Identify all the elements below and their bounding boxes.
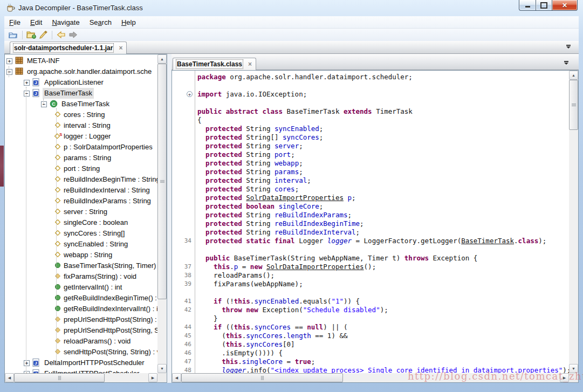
code-vertical-scrollbar[interactable]: ▲ ▼ [569, 71, 578, 373]
fold-icon[interactable]: + [187, 91, 193, 97]
code-line: import java.io.IOException; [197, 90, 569, 99]
field-icon [54, 218, 61, 228]
tree-item[interactable]: port : String [5, 163, 157, 174]
collapse-icon[interactable]: − [24, 91, 30, 97]
source-tab-close-icon[interactable]: × [248, 61, 252, 67]
method-pub-icon [54, 262, 61, 271]
tree-item[interactable]: fixParams(String) : void [5, 271, 157, 282]
tree-item[interactable]: cores : String [5, 109, 157, 120]
tab-list-dropdown-icon[interactable] [564, 61, 569, 65]
tree-item[interactable]: interval : String [5, 120, 157, 131]
tree-vertical-scrollbar[interactable]: ▲ ▼ [157, 54, 167, 373]
tree-item[interactable]: sendHttpPost(String, String) : v [5, 347, 157, 357]
tree-item[interactable]: +JDeltaImportHTTPPostScheduler [5, 357, 157, 368]
code-line: protected String port; [197, 150, 569, 159]
tree-item[interactable]: reBuildIndexInterval : String [5, 185, 157, 196]
close-button[interactable]: ✕ [552, 0, 578, 11]
scroll-down-icon[interactable]: ▼ [157, 364, 167, 373]
tree-item[interactable]: singleCore : boolean [5, 217, 157, 228]
tree-item-label: prepUrlSendHttpPost(String) : v [64, 314, 157, 325]
tree-item-label: fixParams(String) : void [64, 271, 136, 282]
tree-item[interactable]: −JBaseTimerTask [5, 88, 157, 99]
code-line: fixParams(webAppName); [197, 280, 569, 288]
tab-list-dropdown-icon[interactable] [566, 45, 571, 49]
source-panel: BaseTimerTask.class × +34373839414244454… [172, 54, 579, 383]
menu-item-file[interactable]: File [4, 17, 25, 27]
collapse-icon[interactable]: − [41, 101, 47, 107]
scroll-left-icon[interactable]: ◀ [172, 373, 181, 382]
scroll-left-icon[interactable]: ◀ [5, 373, 14, 382]
minimize-button[interactable] [519, 0, 536, 11]
tree-item[interactable]: +JApplicationListener [5, 77, 157, 88]
scroll-right-icon[interactable]: ▶ [148, 373, 157, 382]
tree-horizontal-scrollbar[interactable]: ◀ ▶ [5, 373, 157, 382]
tree-item[interactable]: params : String [5, 153, 157, 163]
tree-item-label: reloadParams() : void [64, 336, 131, 347]
left-border-artifact [0, 146, 4, 187]
tree-item[interactable]: reloadParams() : void [5, 336, 157, 347]
expand-icon[interactable]: + [24, 360, 30, 366]
jar-tab[interactable]: solr-dataimportscheduler-1.1.jar × [10, 42, 127, 54]
code-line: this.p = new SolrDataImportProperties(); [197, 263, 569, 271]
tree-item[interactable]: getIntervalInt() : int [5, 282, 157, 293]
scroll-up-icon[interactable]: ▲ [569, 71, 578, 80]
line-number: 34 [184, 237, 191, 245]
code-area: +343738394142444546464748 package org.ap… [172, 70, 579, 383]
expand-icon[interactable]: + [6, 58, 12, 64]
type-link[interactable]: SolrDataImportProperties [246, 194, 344, 202]
tree-item[interactable]: +JFullImportHTTPPostScheduler [5, 368, 157, 373]
menu-item-edit[interactable]: Edit [25, 17, 47, 27]
menu-item-navigate[interactable]: Navigate [47, 17, 84, 27]
tree-item-label: p : SolrDataImportProperties [64, 142, 153, 153]
expand-icon[interactable]: + [24, 80, 30, 86]
tree-item[interactable]: reBuildIndexBeginTime : String [5, 174, 157, 185]
tree-item[interactable]: p : SolrDataImportProperties [5, 142, 157, 153]
code-line: protected String syncEnabled; [197, 125, 569, 133]
menu-item-search[interactable]: Search [85, 17, 116, 27]
open-file-icon[interactable] [8, 30, 19, 40]
tree-item[interactable]: getReBuildIndexIntervalInt() : ir [5, 304, 157, 314]
jar-tab-close-icon[interactable]: × [119, 45, 122, 51]
tree-item[interactable]: −CBaseTimerTask [5, 99, 157, 109]
tree-item[interactable]: syncEnabled : String [5, 239, 157, 250]
method-prot-icon [54, 272, 61, 282]
back-icon[interactable] [55, 30, 67, 40]
tree-vscroll-thumb[interactable] [157, 64, 167, 299]
tree-item[interactable]: syncCores : String[] [5, 228, 157, 239]
type-link[interactable]: BaseTimerTask [461, 237, 514, 245]
code-line: protected String params; [197, 168, 569, 176]
method-pub-icon [54, 294, 61, 304]
maximize-button[interactable] [536, 0, 552, 11]
type-link[interactable]: SolrDataImportProperties [266, 263, 364, 271]
tree-item[interactable]: −org.apache.solr.handler.dataimport.sche [5, 66, 157, 77]
field-icon [54, 197, 61, 207]
source-tab[interactable]: BaseTimerTask.class × [173, 58, 256, 70]
tree-item[interactable]: server : String [5, 207, 157, 217]
tree-item[interactable]: +META-INF [5, 56, 157, 66]
tree-item[interactable]: BaseTimerTask(String, Timer) [5, 260, 157, 271]
tree-item[interactable]: prepUrlSendHttpPost(String) : v [5, 314, 157, 325]
field-icon [54, 251, 61, 260]
scroll-up-icon[interactable]: ▲ [157, 54, 167, 64]
line-number: 47 [184, 357, 191, 366]
code-line: protected String cores; [197, 185, 569, 194]
tree-item-label: getReBuildIndexBeginTime() : D [64, 293, 157, 304]
titlebar[interactable]: Java Decompiler - BaseTimerTask.class ✕ [0, 0, 583, 16]
source-tab-label: BaseTimerTask.class [177, 60, 242, 68]
code-hscroll-thumb[interactable] [181, 373, 343, 382]
search-brush-icon[interactable] [37, 30, 49, 40]
tree-hscroll-thumb[interactable] [14, 373, 105, 382]
code-vscroll-thumb[interactable] [569, 80, 578, 130]
tree-item[interactable]: Slogger : Logger [5, 131, 157, 142]
tree-item[interactable]: getReBuildIndexBeginTime() : D [5, 293, 157, 304]
forward-icon[interactable] [67, 30, 79, 40]
field-icon [54, 154, 61, 163]
line-number: 38 [184, 271, 191, 280]
tree-item[interactable]: webapp : String [5, 250, 157, 260]
tree-item[interactable]: reBuildIndexParams : String [5, 196, 157, 207]
menu-item-help[interactable]: Help [116, 17, 141, 27]
collapse-icon[interactable]: − [6, 69, 12, 75]
method-pub-icon [54, 283, 61, 293]
tree-item[interactable]: prepUrlSendHttpPost(String, St [5, 325, 157, 336]
open-jar-icon[interactable] [25, 30, 37, 40]
